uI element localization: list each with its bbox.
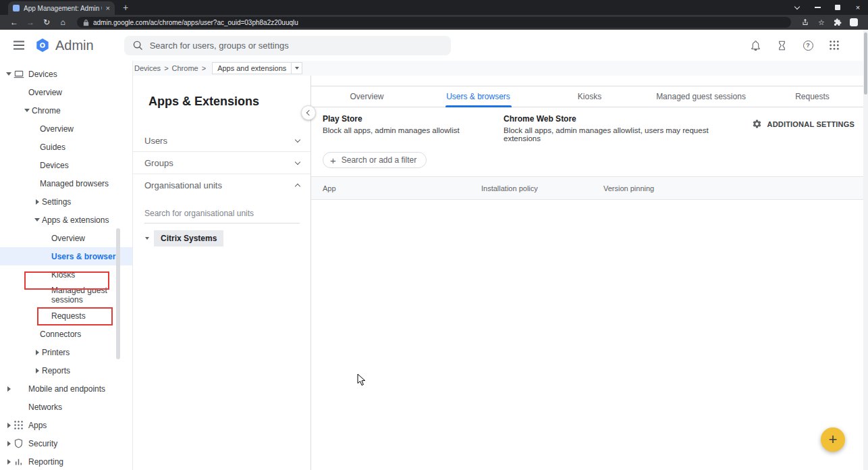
expand-arrow-icon[interactable] bbox=[36, 350, 39, 355]
sidebar-item-chrome[interactable]: Chrome bbox=[0, 101, 132, 120]
close-window-button[interactable]: × bbox=[848, 0, 868, 15]
sidebar-item-apps[interactable]: Apps bbox=[0, 416, 132, 434]
minimize-button[interactable] bbox=[807, 0, 828, 15]
add-app-fab[interactable]: + bbox=[821, 427, 845, 452]
panel-section-users[interactable]: Users bbox=[133, 130, 310, 152]
expand-arrow-icon[interactable] bbox=[36, 368, 39, 373]
filter-chip-label: Search or add a filter bbox=[342, 155, 416, 165]
sidebar-item-label: Overview bbox=[40, 124, 74, 134]
panel-collapse-button[interactable] bbox=[301, 105, 316, 120]
expand-arrow-icon[interactable] bbox=[7, 423, 11, 428]
maximize-button[interactable] bbox=[828, 0, 848, 15]
sidebar-item-label: Apps & extensions bbox=[42, 215, 109, 225]
sidebar-item-networks[interactable]: Networks bbox=[0, 398, 132, 416]
expand-arrow-icon[interactable] bbox=[24, 109, 30, 112]
sidebar-item-requests[interactable]: Requests bbox=[0, 307, 132, 325]
chevron-down-icon bbox=[295, 136, 300, 142]
sidebar-item-reports[interactable]: Reports bbox=[0, 361, 132, 380]
sidebar-item-users-browsers[interactable]: Users & browsers bbox=[0, 247, 132, 265]
tab-requests[interactable]: Requests bbox=[757, 86, 868, 107]
expand-arrow-icon[interactable] bbox=[145, 237, 149, 240]
sidebar-item-reporting[interactable]: Reporting bbox=[0, 452, 132, 470]
share-icon[interactable] bbox=[798, 18, 813, 26]
menu-hamburger-icon[interactable] bbox=[11, 37, 27, 53]
play-store-title: Play Store bbox=[323, 114, 504, 124]
chrome-web-store-policy: Chrome Web Store Block all apps, admin m… bbox=[504, 114, 752, 142]
browser-tab[interactable]: App Management: Admin Conso × bbox=[8, 1, 115, 15]
expand-arrow-icon[interactable] bbox=[34, 218, 40, 221]
breadcrumb-link-devices[interactable]: Devices bbox=[134, 64, 161, 72]
admin-search-bar[interactable] bbox=[124, 36, 451, 55]
sidebar-item-connectors[interactable]: Connectors bbox=[0, 325, 132, 343]
sidebar-item-mobile-endpoints[interactable]: Mobile and endpoints bbox=[0, 380, 132, 398]
chrome-web-store-title: Chrome Web Store bbox=[504, 114, 744, 124]
sidebar-item-apps-extensions[interactable]: Apps & extensions bbox=[0, 211, 132, 229]
sidebar-item-label: Connectors bbox=[40, 330, 81, 339]
url-text: admin.google.com/ac/chrome/apps/user?ac_… bbox=[93, 19, 298, 26]
breadcrumb-link-chrome[interactable]: Chrome bbox=[172, 64, 198, 72]
help-icon[interactable]: ? bbox=[800, 37, 816, 53]
notifications-bell-icon[interactable] bbox=[747, 37, 763, 53]
sidebar-item-security[interactable]: Security bbox=[0, 434, 132, 452]
extensions-puzzle-icon[interactable] bbox=[830, 18, 845, 26]
expand-arrow-icon[interactable] bbox=[7, 441, 11, 446]
sidebar-item-chrome-overview[interactable]: Overview bbox=[0, 120, 132, 138]
filter-row: + Search or add a filter bbox=[311, 147, 868, 176]
expand-arrow-icon[interactable] bbox=[7, 459, 11, 465]
profile-avatar[interactable] bbox=[846, 18, 861, 26]
dropdown-arrow-icon[interactable] bbox=[291, 63, 302, 74]
tab-search-icon[interactable] bbox=[787, 0, 807, 15]
sidebar-item-managed-guest-sessions[interactable]: Managed guest sessions bbox=[0, 284, 132, 307]
expand-arrow-icon[interactable] bbox=[7, 386, 11, 392]
sidebar-item-printers[interactable]: Printers bbox=[0, 343, 132, 361]
gear-icon bbox=[752, 119, 762, 129]
add-filter-chip[interactable]: + Search or add a filter bbox=[323, 152, 427, 168]
new-tab-button[interactable]: + bbox=[123, 3, 128, 12]
tasks-hourglass-icon[interactable] bbox=[774, 37, 790, 53]
org-unit-citrix-systems[interactable]: Citrix Systems bbox=[145, 230, 310, 246]
url-bar[interactable]: admin.google.com/ac/chrome/apps/user?ac_… bbox=[77, 17, 791, 28]
sidebar-item-label: Overview bbox=[51, 234, 85, 243]
sidebar-item-overview[interactable]: Overview bbox=[0, 83, 132, 101]
page-scrollbar[interactable] bbox=[863, 30, 868, 470]
panel-section-organisational-units[interactable]: Organisational units bbox=[133, 174, 310, 197]
sidebar-nav: Devices Overview Chrome Overview Guides … bbox=[0, 61, 133, 470]
tab-favicon-icon bbox=[13, 5, 20, 11]
home-button[interactable]: ⌂ bbox=[55, 18, 70, 26]
breadcrumb-current-dropdown[interactable]: Apps and extensions bbox=[212, 62, 302, 74]
tab-close-icon[interactable]: × bbox=[106, 5, 110, 12]
breadcrumb: Devices > Chrome > Apps and extensions bbox=[133, 61, 868, 76]
panel-section-groups[interactable]: Groups bbox=[133, 152, 310, 174]
apps-grid-icon[interactable] bbox=[826, 37, 842, 53]
sidebar-item-label: Devices bbox=[40, 161, 69, 170]
tab-managed-guest-sessions[interactable]: Managed guest sessions bbox=[645, 86, 757, 107]
reload-button[interactable]: ↻ bbox=[39, 18, 54, 26]
sidebar-item-managed-browsers[interactable]: Managed browsers bbox=[0, 174, 132, 192]
back-button[interactable]: ← bbox=[7, 18, 22, 26]
org-search-input[interactable] bbox=[144, 206, 300, 224]
sidebar-scrollbar[interactable] bbox=[116, 228, 120, 359]
panel-section-label: Users bbox=[144, 136, 167, 146]
search-input[interactable] bbox=[150, 41, 443, 51]
sidebar-item-devices[interactable]: Devices bbox=[0, 65, 132, 83]
sidebar-item-label: Devices bbox=[28, 70, 57, 79]
sidebar-item-guides[interactable]: Guides bbox=[0, 138, 132, 156]
additional-settings-button[interactable]: ADDITIONAL SETTINGS bbox=[752, 119, 855, 129]
sidebar-item-settings[interactable]: Settings bbox=[0, 192, 132, 211]
tab-kiosks[interactable]: Kiosks bbox=[534, 86, 645, 107]
admin-brand[interactable]: Admin bbox=[35, 38, 94, 53]
expand-arrow-icon[interactable] bbox=[36, 199, 39, 205]
browser-titlebar: App Management: Admin Conso × + × bbox=[0, 0, 868, 15]
forward-button[interactable]: → bbox=[23, 18, 38, 26]
sidebar-item-label: Guides bbox=[40, 142, 65, 152]
sidebar-item-apps-overview[interactable]: Overview bbox=[0, 229, 132, 247]
bookmark-star-icon[interactable]: ☆ bbox=[814, 18, 829, 27]
sidebar-item-chrome-devices[interactable]: Devices bbox=[0, 156, 132, 174]
product-name: Admin bbox=[55, 38, 94, 53]
page-scrollbar-thumb[interactable] bbox=[864, 32, 867, 95]
tab-overview[interactable]: Overview bbox=[311, 86, 423, 107]
breadcrumb-separator: > bbox=[164, 64, 168, 72]
tab-users-browsers[interactable]: Users & browsers bbox=[423, 86, 534, 107]
expand-arrow-icon[interactable] bbox=[6, 72, 11, 76]
sidebar-item-kiosks[interactable]: Kiosks bbox=[0, 265, 132, 284]
